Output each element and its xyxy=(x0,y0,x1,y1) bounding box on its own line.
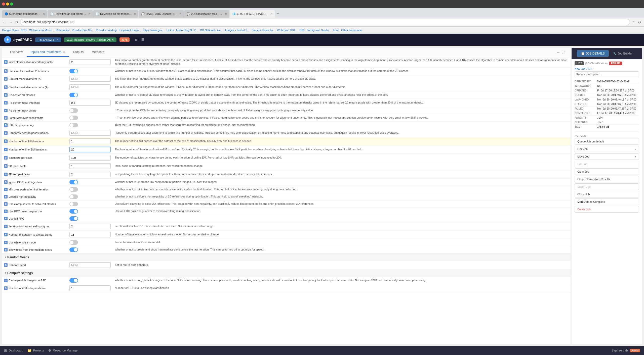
expand-panel-icon[interactable]: ⛶ xyxy=(561,50,565,54)
param-toggle[interactable] xyxy=(69,180,78,184)
param-info-badge[interactable]: B xyxy=(4,69,8,73)
browser-tab[interactable]: 📄 Revisiting an old friend: new ... ✕ xyxy=(48,10,93,18)
close-window-btn[interactable] xyxy=(2,3,5,6)
bookmark-item[interactable]: Food xyxy=(333,29,339,32)
bookmark-item[interactable]: Other bookmarks xyxy=(341,29,362,32)
bookmark-item[interactable]: Images - Kerbal S... xyxy=(225,29,250,32)
param-toggle[interactable] xyxy=(69,187,78,192)
bookmark-item[interactable]: Google News xyxy=(2,29,19,32)
bookmark-item[interactable]: Welcome to Mend... xyxy=(29,29,54,32)
param-info-badge[interactable]: B xyxy=(4,248,8,251)
bookmark-item[interactable]: Wellcome DBT... xyxy=(277,29,297,32)
bookmark-btn[interactable]: ☆ xyxy=(631,20,636,25)
param-toggle[interactable] xyxy=(69,278,78,283)
param-toggle[interactable] xyxy=(69,240,78,245)
browser-tab[interactable]: 📄 Revisiting an old friend: new ... ✕ xyxy=(93,10,138,18)
param-info-badge[interactable]: B xyxy=(4,156,8,160)
forward-btn[interactable]: → xyxy=(8,20,13,25)
param-info-badge[interactable]: B xyxy=(4,148,8,151)
action-btn-link-job[interactable]: Link Job ▾ xyxy=(575,146,639,152)
param-info-badge[interactable]: B xyxy=(4,123,8,127)
workspace-close-icon[interactable]: ✕ xyxy=(112,38,114,41)
param-toggle[interactable] xyxy=(69,216,78,221)
bookmark-item[interactable]: D80 xyxy=(299,29,304,32)
param-info-badge[interactable]: B xyxy=(4,286,8,290)
panel-tab-inputs-and-parameters[interactable]: Inputs and Parameters ✕ xyxy=(27,48,69,57)
param-input[interactable] xyxy=(69,138,111,144)
bookmark-item[interactable]: Family and Gradu... xyxy=(307,29,331,32)
panel-tab-close-icon[interactable]: ✕ xyxy=(62,51,65,54)
param-input[interactable] xyxy=(69,155,111,161)
param-info-badge[interactable]: B xyxy=(4,60,8,64)
param-info-badge[interactable]: B xyxy=(4,241,8,244)
back-btn[interactable]: ← xyxy=(2,20,7,25)
param-info-badge[interactable]: B xyxy=(4,225,8,228)
tab-close-icon[interactable]: ✕ xyxy=(270,13,272,15)
param-input[interactable] xyxy=(69,130,111,136)
bookmark-item[interactable]: Postdoctoral No... xyxy=(72,29,94,32)
browser-tab[interactable]: 💬 2D classification fails - Trou... ✕ xyxy=(184,10,229,18)
minimize-panel-icon[interactable]: ─ xyxy=(557,50,559,54)
param-input[interactable] xyxy=(69,84,111,90)
param-input[interactable] xyxy=(69,59,111,65)
param-input[interactable] xyxy=(69,232,111,237)
tab-close-icon[interactable]: ✕ xyxy=(43,13,45,15)
param-toggle[interactable] xyxy=(69,247,78,252)
action-btn-clear-intermediate-results[interactable]: Clear Intermediate Results xyxy=(575,176,639,182)
param-info-badge[interactable]: B xyxy=(4,233,8,236)
param-info-badge[interactable]: B xyxy=(4,77,8,81)
tab-close-icon[interactable]: ✕ xyxy=(225,13,227,15)
bottom-bar-item-projects[interactable]: 📁 Projects xyxy=(27,348,44,352)
details-btn[interactable]: 📋 JOB DETAILS xyxy=(577,50,609,57)
param-input[interactable] xyxy=(69,262,111,268)
bookmark-item[interactable]: Exoplanet Explo... xyxy=(119,29,141,32)
action-btn-delete-job[interactable]: Delete Job xyxy=(575,206,639,213)
param-info-badge[interactable]: B xyxy=(4,93,8,97)
panel-tab-overview[interactable]: Overview xyxy=(6,48,27,57)
param-toggle[interactable] xyxy=(69,116,78,120)
action-btn-clear-job[interactable]: Clear Job xyxy=(575,168,639,175)
param-info-badge[interactable]: B xyxy=(4,210,8,213)
maximize-window-btn[interactable] xyxy=(10,3,13,6)
param-info-badge[interactable]: B xyxy=(4,131,8,135)
browser-tab[interactable]: 🧊 J175 (P8:W10) | cryoSPARC ... ✕ xyxy=(230,10,275,18)
action-btn-mark-job-as-complete[interactable]: Mark Job as Complete xyxy=(575,198,639,205)
job-builder-btn[interactable]: 🔧 Job Builder xyxy=(609,50,637,57)
param-info-badge[interactable]: B xyxy=(4,263,8,267)
project-close-icon[interactable]: ✕ xyxy=(56,38,59,41)
list-view-icon[interactable]: ☰ xyxy=(140,37,146,42)
param-input[interactable] xyxy=(69,172,111,177)
extensions-btn[interactable]: ⚙ xyxy=(637,20,642,25)
param-input[interactable] xyxy=(69,147,111,152)
param-input[interactable] xyxy=(69,76,111,82)
param-toggle[interactable] xyxy=(69,202,78,206)
action-btn-queue-job-on-default[interactable]: Queue Job on default xyxy=(575,138,639,145)
param-info-badge[interactable]: B xyxy=(4,279,8,282)
param-toggle[interactable] xyxy=(69,194,78,199)
minimize-window-btn[interactable] xyxy=(6,3,9,6)
new-tab-btn[interactable]: + xyxy=(275,11,280,16)
tab-close-icon[interactable]: ✕ xyxy=(88,13,90,15)
job-description-input[interactable] xyxy=(575,71,639,77)
bottom-bar-item-dashboard[interactable]: ⊞ Dashboard xyxy=(4,348,23,352)
param-input[interactable] xyxy=(69,163,111,169)
param-info-badge[interactable]: B xyxy=(4,116,8,120)
param-info-badge[interactable]: B xyxy=(4,85,8,89)
view-toggle[interactable]: ⊞ ☰ xyxy=(134,37,146,42)
browser-tab[interactable]: 🔵 Suchetana Mukhopadhyay - P... ✕ xyxy=(2,10,47,18)
browser-tab[interactable]: 💬 [cryoSPARC Discuss] [Troubl... ✕ xyxy=(139,10,184,18)
tab-close-icon[interactable]: ✕ xyxy=(179,13,181,15)
bookmark-item[interactable]: NCBI xyxy=(21,29,27,32)
project-tag[interactable]: P8: SARS2-S ✕ xyxy=(35,37,61,42)
grid-view-icon[interactable]: ⊞ xyxy=(134,37,139,42)
panel-tab-metadata[interactable]: Metadata xyxy=(88,48,108,57)
param-toggle[interactable] xyxy=(69,123,78,127)
param-info-badge[interactable]: B xyxy=(4,202,8,206)
param-info-badge[interactable]: B xyxy=(4,139,8,143)
section-header-compute-settings[interactable]: ▾ Compute settings xyxy=(2,269,571,277)
param-info-badge[interactable]: B xyxy=(4,180,8,184)
action-btn-clone-job[interactable]: Clone Job xyxy=(575,191,639,197)
param-toggle[interactable] xyxy=(69,108,78,113)
workspace-tag[interactable]: W10: Hexapro_phCMV_fraction_A5 ✕ xyxy=(64,37,116,42)
param-input[interactable] xyxy=(69,224,111,229)
